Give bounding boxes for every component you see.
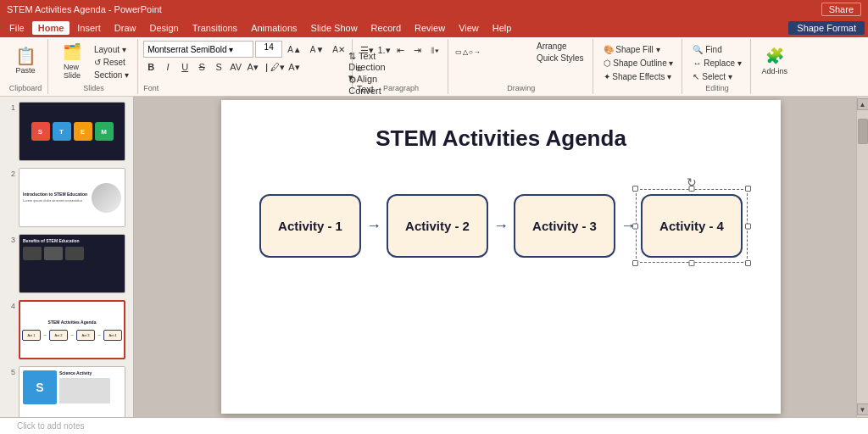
indent-increase[interactable]: ⇥: [410, 42, 426, 58]
menu-design[interactable]: Design: [143, 21, 184, 35]
menu-animations[interactable]: Animations: [245, 21, 303, 35]
menu-transitions[interactable]: Transitions: [186, 21, 243, 35]
bold-button[interactable]: B: [143, 59, 159, 75]
slide-img-5: S Science Activity: [19, 366, 125, 417]
layout-button[interactable]: Layout ▾: [91, 44, 132, 55]
slides-row1: 🗂️ NewSlide Layout ▾ ↺ Reset Section ▾: [55, 41, 132, 81]
new-slide-icon: 🗂️: [63, 42, 81, 61]
handle-br[interactable]: [745, 260, 751, 266]
menu-slideshow[interactable]: Slide Show: [305, 21, 364, 35]
columns-button[interactable]: ⫴▾: [427, 42, 442, 58]
slide-thumb-1[interactable]: 1 S T E M: [3, 100, 130, 163]
share-button[interactable]: Share: [821, 3, 861, 16]
vertical-scrollbar[interactable]: ▲ ▼: [856, 97, 868, 417]
menu-file[interactable]: File: [3, 21, 31, 35]
triangle-shape[interactable]: △: [463, 48, 468, 56]
font-size-increase[interactable]: A▲: [284, 44, 305, 55]
s3-icon2: [44, 247, 63, 260]
scroll-up-button[interactable]: ▲: [857, 98, 869, 110]
scroll-track: [857, 110, 869, 403]
menu-view[interactable]: View: [453, 21, 485, 35]
slide-img-3: Benefits of STEM Education: [19, 234, 125, 293]
arrange-styles: Arrange Quick Styles: [533, 41, 587, 64]
char-spacing-button[interactable]: AV: [228, 59, 243, 75]
font-size-decrease[interactable]: A▼: [307, 44, 328, 55]
menu-review[interactable]: Review: [409, 21, 451, 35]
menu-insert[interactable]: Insert: [71, 21, 107, 35]
shape-controls: 🎨 Shape Fill ▾ ⬡ Shape Outline ▾ ✦ Shape…: [600, 44, 677, 82]
font-group: Montserrat SemiBold ▾ 14 A▲ A▼ A✕ B I U …: [140, 39, 353, 94]
menu-home[interactable]: Home: [32, 21, 70, 35]
slide-thumb-4[interactable]: 4 STEM Activities Agenda Act 1 → Act 2 →…: [3, 298, 130, 361]
shapes-palette: ▭ △ ○ →: [455, 48, 531, 56]
section-button[interactable]: Section ▾: [91, 70, 132, 81]
s4-title: STEM Activities Agenda: [48, 320, 97, 325]
handle-tl[interactable]: [632, 186, 638, 192]
shadow-button[interactable]: S: [211, 59, 226, 75]
clear-format-button[interactable]: A✕: [329, 44, 348, 55]
menu-help[interactable]: Help: [487, 21, 518, 35]
s5-content: Science Activity: [59, 370, 121, 417]
handle-bm[interactable]: [689, 260, 695, 266]
italic-button[interactable]: I: [160, 59, 175, 75]
circle-shape[interactable]: ○: [469, 48, 473, 56]
s1-content: S T E M: [28, 119, 117, 144]
shape-fill-button[interactable]: 🎨 Shape Fill ▾: [600, 44, 677, 55]
addins-group: 🧩 Add-ins: [753, 39, 797, 94]
menu-draw[interactable]: Draw: [108, 21, 142, 35]
arrange-button[interactable]: Arrange: [533, 41, 587, 52]
handle-tr[interactable]: [745, 186, 751, 192]
slide-canvas[interactable]: STEM Activities Agenda Activity - 1 → Ac…: [221, 100, 781, 414]
strikethrough-button[interactable]: S: [194, 59, 209, 75]
menu-shape-format[interactable]: Shape Format: [788, 21, 865, 35]
activity-box-1[interactable]: Activity - 1: [259, 194, 361, 258]
font-color2-button[interactable]: A▾: [287, 59, 302, 75]
shape-outline-button[interactable]: ⬡ Shape Outline ▾: [600, 58, 677, 69]
s4-act2: Act 2: [49, 330, 68, 341]
s4-act3: Act 3: [76, 330, 95, 341]
notes-placeholder[interactable]: Click to add notes: [17, 421, 85, 431]
font-color-button[interactable]: A▾: [245, 59, 260, 75]
shape-effects-button[interactable]: ✦ Shape Effects ▾: [600, 71, 677, 82]
new-slide-button[interactable]: 🗂️ NewSlide: [55, 41, 89, 81]
drawing-group: ▭ △ ○ → Arrange Quick Styles Drawing: [450, 39, 593, 94]
scroll-thumb[interactable]: [858, 119, 868, 144]
menu-record[interactable]: Record: [365, 21, 407, 35]
highlight-button[interactable]: 🖊▾: [270, 59, 285, 75]
activity-box-3[interactable]: Activity - 3: [514, 194, 615, 258]
s2-img-placeholder: [92, 183, 121, 213]
addins-button[interactable]: 🧩 Add-ins: [758, 41, 792, 81]
handle-ml[interactable]: [632, 223, 638, 229]
slide-thumb-2[interactable]: 2 Introduction to STEM Education Lorem i…: [3, 166, 130, 229]
arrow-1: →: [361, 217, 387, 235]
indent-decrease[interactable]: ⇤: [393, 42, 409, 58]
handle-mr[interactable]: [745, 223, 751, 229]
s3-icon3: [65, 247, 84, 260]
paste-button[interactable]: 📋 Paste: [8, 41, 42, 81]
rect-shape[interactable]: ▭: [455, 48, 462, 56]
slides-group: 🗂️ NewSlide Layout ▾ ↺ Reset Section ▾ S…: [50, 39, 138, 94]
font-family-selector[interactable]: Montserrat SemiBold ▾: [143, 41, 253, 58]
activity-box-2[interactable]: Activity - 2: [387, 194, 488, 258]
handle-bl[interactable]: [632, 260, 638, 266]
activity-label-4: Activity - 4: [659, 219, 724, 233]
font-family-value: Montserrat SemiBold: [147, 45, 226, 54]
find-button[interactable]: 🔍 Find: [689, 44, 744, 55]
activity-label-1: Activity - 1: [278, 219, 342, 233]
activity-box-4[interactable]: Activity - 4: [641, 194, 743, 258]
clipboard-group: 📋 Paste Clipboard: [3, 39, 48, 94]
replace-button[interactable]: ↔ Replace ▾: [689, 58, 744, 69]
handle-tm[interactable]: [689, 186, 695, 192]
quick-styles-button[interactable]: Quick Styles: [533, 53, 587, 64]
scroll-down-button[interactable]: ▼: [857, 403, 869, 415]
select-button[interactable]: ↖ Select ▾: [689, 71, 744, 82]
slide-thumb-5[interactable]: 5 S Science Activity: [3, 364, 130, 417]
underline-button[interactable]: U: [177, 59, 192, 75]
arrow-shape[interactable]: →: [474, 48, 481, 56]
notes-bar[interactable]: Click to add notes: [0, 417, 868, 434]
reset-button[interactable]: ↺ Reset: [91, 57, 132, 68]
font-family-arrow[interactable]: ▾: [229, 45, 233, 54]
slide-thumb-3[interactable]: 3 Benefits of STEM Education: [3, 232, 130, 295]
format-row: B I U S S AV A▾ | 🖊▾ A▾: [143, 59, 348, 75]
font-size-input[interactable]: 14: [255, 41, 282, 58]
